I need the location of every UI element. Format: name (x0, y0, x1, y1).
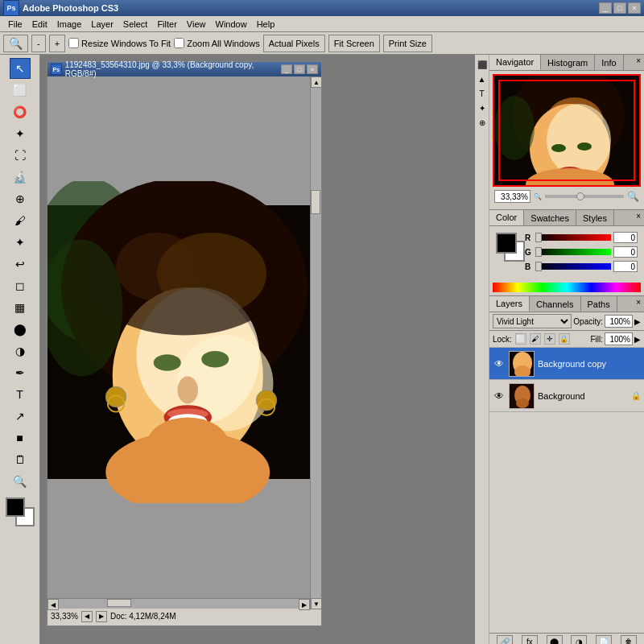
delete-layer-button[interactable]: 🗑 (621, 635, 637, 645)
new-layer-button[interactable]: 📄 (596, 635, 612, 645)
scroll-left-button[interactable]: ◀ (47, 599, 59, 610)
fill-input[interactable] (605, 332, 633, 345)
history-brush-tool[interactable]: ↩ (10, 254, 31, 275)
scroll-track-h[interactable] (59, 599, 299, 609)
red-value[interactable] (613, 232, 638, 243)
gradient-tool[interactable]: ▦ (10, 297, 31, 318)
lock-all-button[interactable]: 🔒 (559, 333, 570, 345)
actual-pixels-button[interactable]: Actual Pixels (263, 35, 325, 52)
layers-panel-close[interactable]: × (633, 296, 644, 312)
menu-help[interactable]: Help (252, 18, 280, 31)
scroll-thumb-v[interactable] (311, 190, 320, 214)
lock-position-button[interactable]: ✛ (544, 333, 555, 345)
menu-edit[interactable]: Edit (27, 18, 52, 31)
zoom-in-button[interactable]: + (49, 35, 65, 52)
zoom-all-input[interactable] (174, 38, 184, 48)
red-slider[interactable] (535, 234, 611, 241)
scroll-track-v[interactable] (311, 88, 321, 598)
resize-windows-checkbox[interactable]: Resize Windows To Fit (68, 38, 171, 48)
opacity-arrow[interactable]: ▶ (634, 317, 641, 326)
mini-tool-1[interactable]: ⬛ (476, 58, 489, 71)
menu-window[interactable]: Window (211, 18, 252, 31)
eyedropper-tool[interactable]: 🔬 (10, 167, 31, 188)
layer-item-background-copy[interactable]: 👁 Background copy (489, 348, 644, 380)
green-value[interactable] (613, 246, 638, 258)
tab-color[interactable]: Color (489, 210, 524, 225)
healing-brush-tool[interactable]: ⊕ (10, 188, 31, 209)
green-thumb[interactable] (535, 247, 542, 257)
link-layers-button[interactable]: 🔗 (497, 635, 513, 645)
new-fill-layer-button[interactable]: ◑ (571, 635, 587, 645)
mini-tool-4[interactable]: ✦ (476, 101, 489, 114)
tab-info[interactable]: Info (595, 55, 623, 70)
zoom-out-button[interactable]: - (31, 35, 46, 52)
color-fg-swatch[interactable] (496, 233, 517, 254)
color-spectrum[interactable] (493, 283, 641, 292)
blue-thumb[interactable] (535, 262, 542, 271)
add-style-button[interactable]: fx (522, 635, 538, 645)
lock-transparency-button[interactable]: ⬜ (515, 333, 526, 345)
add-mask-button[interactable]: ⬤ (547, 635, 563, 645)
tab-paths[interactable]: Paths (581, 296, 617, 312)
menu-select[interactable]: Select (118, 18, 153, 31)
doc-window-controls[interactable]: _ □ × (281, 64, 318, 74)
green-slider[interactable] (535, 249, 611, 255)
move-tool[interactable]: ↖ (10, 58, 31, 79)
opacity-input[interactable] (605, 315, 633, 328)
marquee-tool[interactable]: ⬜ (10, 80, 31, 101)
scroll-down-button[interactable]: ▼ (311, 598, 322, 609)
zoom-tool-button[interactable]: 🔍 (3, 35, 28, 52)
menu-filter[interactable]: Filter (152, 18, 181, 31)
status-nav-right[interactable]: ▶ (96, 611, 107, 622)
document-scrollbar-vertical[interactable]: ▲ ▼ (310, 76, 321, 609)
zoom-all-checkbox[interactable]: Zoom All Windows (174, 38, 259, 48)
doc-maximize-button[interactable]: □ (294, 64, 305, 74)
layer-item-background[interactable]: 👁 Background 🔒 (489, 380, 644, 412)
color-panel-close[interactable]: × (633, 210, 644, 225)
titlebar-controls[interactable]: _ □ × (599, 2, 641, 14)
notes-tool[interactable]: 🗒 (10, 449, 31, 470)
tab-styles[interactable]: Styles (576, 210, 614, 225)
close-button[interactable]: × (628, 2, 641, 14)
clone-stamp-tool[interactable]: ✦ (10, 232, 31, 253)
fill-arrow[interactable]: ▶ (634, 335, 641, 344)
eraser-tool[interactable]: ◻ (10, 275, 31, 296)
blur-tool[interactable]: ⬤ (10, 319, 31, 340)
doc-minimize-button[interactable]: _ (281, 64, 292, 74)
blend-mode-select[interactable]: Vivid Light Normal Multiply Screen Overl… (493, 314, 572, 328)
mini-tool-5[interactable]: ⊕ (476, 116, 489, 129)
navigator-preview[interactable] (493, 74, 641, 187)
menu-view[interactable]: View (182, 18, 211, 31)
tab-swatches[interactable]: Swatches (524, 210, 576, 225)
blue-value[interactable] (613, 261, 638, 272)
document-scrollbar-horizontal[interactable]: ◀ ▶ (47, 598, 310, 609)
red-thumb[interactable] (535, 233, 542, 242)
status-nav-left[interactable]: ◀ (81, 611, 93, 622)
navigator-panel-close[interactable]: × (633, 55, 644, 70)
print-size-button[interactable]: Print Size (383, 35, 432, 52)
foreground-color-swatch[interactable] (6, 497, 25, 517)
zoom-tool[interactable]: 🔍 (10, 471, 31, 492)
navigator-zoom-input[interactable] (494, 190, 530, 203)
navigator-zoom-slider[interactable] (545, 195, 624, 198)
resize-windows-input[interactable] (68, 38, 79, 48)
scroll-right-button[interactable]: ▶ (299, 599, 310, 610)
scroll-up-button[interactable]: ▲ (311, 76, 322, 88)
layer-visibility-bg[interactable]: 👁 (493, 390, 506, 402)
mini-tool-3[interactable]: T (476, 87, 489, 100)
text-tool[interactable]: T (10, 384, 31, 405)
tab-navigator[interactable]: Navigator (489, 55, 541, 70)
layer-visibility-bg-copy[interactable]: 👁 (493, 357, 506, 370)
menu-layer[interactable]: Layer (86, 18, 118, 31)
fit-screen-button[interactable]: Fit Screen (328, 35, 380, 52)
blue-slider[interactable] (535, 263, 611, 270)
menu-image[interactable]: Image (52, 18, 87, 31)
mini-tool-2[interactable]: ▲ (476, 72, 489, 85)
tab-channels[interactable]: Channels (530, 296, 580, 312)
pen-tool[interactable]: ✒ (10, 362, 31, 383)
tab-histogram[interactable]: Histogram (541, 55, 595, 70)
scroll-thumb-h[interactable] (107, 599, 131, 607)
doc-close-button[interactable]: × (307, 64, 318, 74)
tab-layers[interactable]: Layers (489, 296, 530, 312)
crop-tool[interactable]: ⛶ (10, 145, 31, 166)
